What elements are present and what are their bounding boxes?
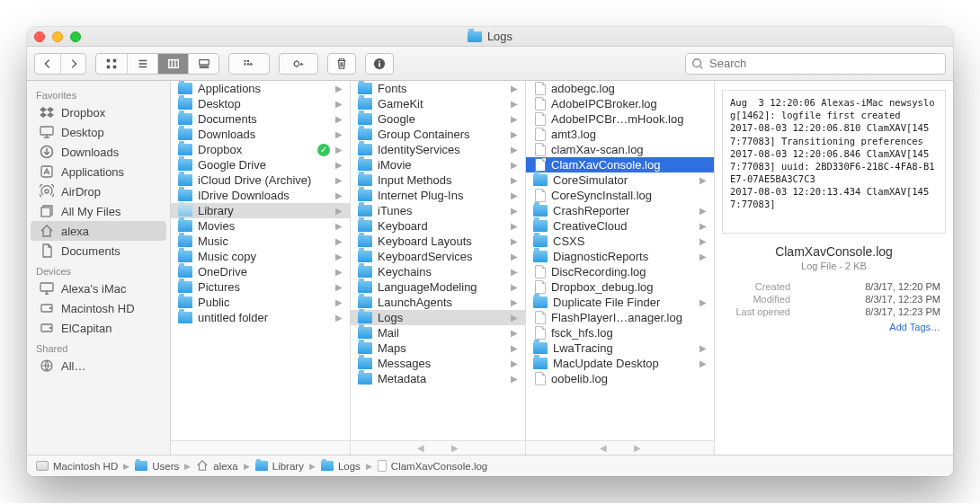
coverflow-view-button[interactable] — [188, 54, 218, 74]
search-input[interactable] — [685, 53, 946, 75]
path-crumb[interactable]: Logs — [321, 461, 361, 472]
file-row[interactable]: untitled folder▶ — [171, 310, 350, 325]
file-row[interactable]: DiagnosticReports▶ — [526, 249, 714, 264]
zoom-window-button[interactable] — [70, 31, 81, 42]
arrange-button[interactable] — [229, 54, 269, 74]
column-3[interactable]: adobegc.logAdobeIPCBroker.logAdobeIPCBr…… — [526, 81, 715, 455]
minimize-window-button[interactable] — [52, 31, 63, 42]
trash-button[interactable] — [327, 53, 356, 75]
column-2[interactable]: Fonts▶GameKit▶Google▶Group Containers▶Id… — [351, 81, 526, 455]
file-row[interactable]: Library▶ — [171, 203, 350, 218]
file-row[interactable]: DiscRecording.log — [526, 264, 714, 279]
file-row[interactable]: LanguageModeling▶ — [351, 279, 525, 295]
file-row[interactable]: Google Drive▶ — [171, 157, 350, 172]
file-row[interactable]: Maps▶ — [351, 340, 525, 356]
path-crumb[interactable]: Library — [255, 461, 304, 472]
file-row[interactable]: adobegc.log — [526, 81, 714, 96]
column-1[interactable]: Applications▶Desktop▶Documents▶Downloads… — [171, 81, 351, 455]
file-row[interactable]: Duplicate File Finder▶ — [526, 295, 714, 310]
path-crumb[interactable]: alexa — [196, 459, 238, 473]
file-row[interactable]: LwaTracing▶ — [526, 340, 714, 356]
file-row[interactable]: AdobeIPCBr…mHook.log — [526, 111, 714, 127]
file-row[interactable]: CreativeCloud▶ — [526, 218, 714, 234]
sidebar-item-applications[interactable]: Applications — [31, 162, 166, 181]
body: FavoritesDropboxDesktopDownloadsApplicat… — [27, 81, 953, 455]
file-row[interactable]: LaunchAgents▶ — [351, 295, 525, 310]
icon-view-button[interactable] — [96, 54, 127, 74]
file-row[interactable]: FlashPlayerI…anager.log — [526, 310, 714, 325]
path-crumb[interactable]: Macintosh HD — [36, 461, 118, 472]
file-row[interactable]: iCloud Drive (Archive)▶ — [171, 172, 350, 188]
file-row[interactable]: Keyboard Layouts▶ — [351, 234, 525, 249]
file-row[interactable]: Input Methods▶ — [351, 172, 525, 188]
file-row[interactable]: Keychains▶ — [351, 264, 525, 279]
list-view-button[interactable] — [127, 54, 157, 74]
sidebar-section-header: Shared — [27, 338, 170, 356]
file-row[interactable]: fsck_hfs.log — [526, 325, 714, 340]
file-row[interactable]: KeyboardServices▶ — [351, 249, 525, 264]
file-row[interactable]: IDrive Downloads▶ — [171, 188, 350, 203]
file-row[interactable]: Documents▶ — [171, 111, 350, 127]
file-row[interactable]: Logs▶ — [351, 310, 525, 325]
file-row[interactable]: CrashReporter▶ — [526, 203, 714, 218]
file-row[interactable]: Google▶ — [351, 111, 525, 127]
action-button[interactable] — [279, 53, 318, 75]
sidebar-item-documents[interactable]: Documents — [31, 241, 166, 261]
file-row[interactable]: Movies▶ — [171, 218, 350, 234]
file-row[interactable]: Dropbox_debug.log — [526, 279, 714, 295]
file-row[interactable]: Music copy▶ — [171, 249, 350, 264]
forward-button[interactable] — [60, 54, 85, 74]
sidebar-item-airdrop[interactable]: AirDrop — [31, 181, 166, 201]
file-row[interactable]: Music▶ — [171, 234, 350, 249]
file-row[interactable]: Metadata▶ — [351, 371, 525, 386]
file-row[interactable]: ClamXavConsole.log — [526, 157, 714, 172]
svg-rect-6 — [244, 59, 245, 61]
sidebar-item-alexa[interactable]: alexa — [31, 221, 166, 241]
file-row[interactable]: Group Containers▶ — [351, 127, 525, 142]
file-row[interactable]: Mail▶ — [351, 325, 525, 340]
file-label: Dropbox — [198, 143, 312, 156]
sidebar-item-alexas-imac[interactable]: Alexa's iMac — [31, 279, 166, 298]
file-row[interactable]: Public▶ — [171, 295, 350, 310]
back-button[interactable] — [35, 54, 60, 74]
path-crumb[interactable]: Users — [135, 461, 179, 472]
add-tags-button[interactable]: Add Tags… — [718, 318, 949, 332]
sidebar-item-allmyfiles[interactable]: All My Files — [31, 201, 166, 221]
path-crumb[interactable]: ClamXavConsole.log — [378, 460, 487, 472]
sidebar-item-all-shared[interactable]: All… — [31, 356, 166, 376]
file-label: AdobeIPCBr…mHook.log — [551, 112, 708, 126]
file-row[interactable]: Desktop▶ — [171, 96, 350, 111]
file-row[interactable]: Downloads▶ — [171, 127, 350, 142]
file-row[interactable]: Pictures▶ — [171, 279, 350, 295]
file-row[interactable]: IdentityServices▶ — [351, 142, 525, 157]
sidebar-item-downloads[interactable]: Downloads — [31, 142, 166, 162]
file-row[interactable]: AdobeIPCBroker.log — [526, 96, 714, 111]
file-row[interactable]: CoreSimulator▶ — [526, 172, 714, 188]
sidebar-item-desktop[interactable]: Desktop — [31, 122, 166, 142]
sidebar-item-elcapitan[interactable]: ElCapitan — [31, 318, 166, 338]
file-row[interactable]: MacUpdate Desktop▶ — [526, 356, 714, 371]
file-row[interactable]: OneDrive▶ — [171, 264, 350, 279]
sidebar-item-macintosh-hd[interactable]: Macintosh HD — [31, 298, 166, 318]
file-row[interactable]: GameKit▶ — [351, 96, 525, 111]
file-row[interactable]: amt3.log — [526, 127, 714, 142]
file-row[interactable]: Messages▶ — [351, 356, 525, 371]
arrange-group — [228, 53, 270, 75]
file-row[interactable]: clamXav-scan.log — [526, 142, 714, 157]
file-row[interactable]: iTunes▶ — [351, 203, 525, 218]
file-row[interactable]: Applications▶ — [171, 81, 350, 96]
sidebar-item-dropbox[interactable]: Dropbox — [31, 102, 166, 122]
file-row[interactable]: CoreSyncInstall.log — [526, 188, 714, 203]
chevron-right-icon: ▶ — [699, 343, 708, 353]
file-row[interactable]: Fonts▶ — [351, 81, 525, 96]
file-row[interactable]: Keyboard▶ — [351, 218, 525, 234]
window-controls — [34, 31, 81, 42]
file-row[interactable]: oobelib.log — [526, 371, 714, 386]
file-row[interactable]: iMovie▶ — [351, 157, 525, 172]
info-button[interactable] — [365, 53, 394, 75]
file-row[interactable]: Dropbox✓▶ — [171, 142, 350, 157]
file-row[interactable]: CSXS▶ — [526, 234, 714, 249]
column-view-button[interactable] — [157, 54, 188, 74]
close-window-button[interactable] — [34, 31, 45, 42]
file-row[interactable]: Internet Plug-Ins▶ — [351, 188, 525, 203]
